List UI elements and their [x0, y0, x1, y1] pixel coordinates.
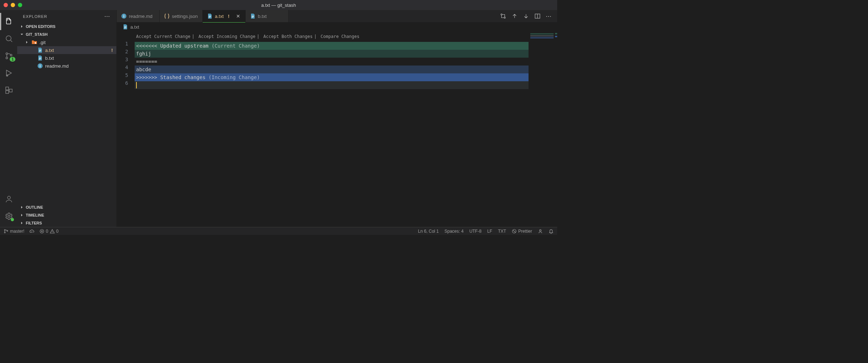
code-line[interactable] [135, 81, 529, 89]
merge-codelens: Accept Current Change| Accept Incoming C… [135, 31, 529, 42]
tab-a-txt[interactable]: a.txt ! [203, 10, 246, 22]
status-sync[interactable] [29, 229, 34, 234]
compare-changes-button[interactable]: Compare Changes [320, 34, 359, 39]
minimap[interactable] [529, 31, 557, 227]
sidebar: EXPLORER ⋯ OPEN EDITORS GIT_STASH .git [17, 10, 117, 227]
previous-change-button[interactable] [511, 13, 518, 19]
window-title: a.txt — git_stash [261, 3, 296, 8]
tree-file-a[interactable]: a.txt ! [17, 46, 116, 54]
files-icon [5, 17, 13, 26]
svg-rect-7 [9, 89, 12, 92]
chevron-right-icon [19, 221, 24, 226]
svg-rect-6 [6, 91, 9, 93]
folder-section[interactable]: GIT_STASH [17, 30, 116, 38]
timeline-section[interactable]: TIMELINE [17, 211, 116, 219]
window-maximize-button[interactable] [18, 3, 22, 7]
svg-point-1 [6, 53, 8, 55]
activity-run[interactable] [0, 64, 18, 82]
git-branch-icon [4, 229, 9, 234]
code-line[interactable]: <<<<<<< Updated upstream (Current Change… [135, 42, 529, 50]
chevron-right-icon [19, 24, 24, 29]
cloud-icon [29, 229, 34, 234]
code-line[interactable]: abcde [135, 66, 529, 73]
editor-more-button[interactable]: ⋯ [546, 13, 552, 20]
svg-point-10 [35, 42, 36, 44]
filters-label: FILTERS [26, 221, 42, 225]
text-cursor [136, 82, 137, 88]
accept-current-button[interactable]: Accept Current Change [136, 34, 191, 39]
feedback-icon [538, 229, 543, 234]
svg-point-2 [6, 57, 8, 59]
status-lang[interactable]: TXT [498, 229, 506, 234]
line-gutter: 1 2 3 4 5 6 [117, 31, 135, 227]
tab-label: readme.md [129, 14, 153, 19]
file-icon [122, 24, 128, 30]
account-icon [5, 195, 13, 203]
status-prettier[interactable]: Prettier [512, 229, 532, 234]
modified-indicator: ! [228, 14, 231, 19]
status-spaces[interactable]: Spaces: 4 [444, 229, 463, 234]
open-editors-section[interactable]: OPEN EDITORS [17, 23, 116, 30]
window-minimize-button[interactable] [11, 3, 15, 7]
error-icon [39, 229, 44, 234]
tab-bar: i readme.md settings.json a.txt ! b.txt [117, 10, 557, 23]
activity-explorer[interactable] [0, 13, 18, 30]
outline-section[interactable]: OUTLINE [17, 203, 116, 211]
accept-incoming-button[interactable]: Accept Incoming Change [198, 34, 255, 39]
explorer-more-button[interactable]: ⋯ [104, 13, 111, 20]
search-icon [5, 34, 13, 43]
tree-item-label: a.txt [45, 48, 54, 53]
status-feedback[interactable] [538, 229, 543, 234]
file-icon [37, 55, 43, 61]
next-change-button[interactable] [523, 13, 529, 19]
activity-scm[interactable]: 1 [0, 47, 18, 64]
activity-search[interactable] [0, 30, 18, 47]
tree-item-label: b.txt [45, 55, 54, 61]
window-close-button[interactable] [4, 3, 8, 7]
breadcrumb-file: a.txt [130, 24, 139, 30]
activity-settings[interactable] [0, 208, 18, 225]
chevron-right-icon [19, 205, 24, 210]
svg-point-15 [501, 14, 502, 15]
status-notifications[interactable] [549, 229, 554, 234]
line-number: 1 [117, 40, 128, 48]
filters-section[interactable]: FILTERS [17, 219, 116, 227]
folder-name-label: GIT_STASH [26, 32, 48, 37]
tab-b-txt[interactable]: b.txt [246, 10, 289, 22]
status-cursor[interactable]: Ln 6, Col 1 [418, 229, 439, 234]
tree-item-label: readme.md [45, 63, 69, 69]
line-number: 6 [117, 79, 128, 87]
activity-bar: 1 [0, 10, 17, 227]
tab-settings[interactable]: settings.json [160, 10, 203, 22]
compare-changes-button[interactable] [500, 13, 506, 19]
svg-point-19 [4, 232, 5, 233]
line-number: 5 [117, 71, 128, 79]
tab-readme[interactable]: i readme.md [117, 10, 160, 22]
info-icon: i [37, 63, 43, 69]
status-encoding[interactable]: UTF-8 [469, 229, 482, 234]
code-line[interactable]: ======= [135, 58, 529, 66]
code-line[interactable]: >>>>>>> Stashed changes (Incoming Change… [135, 73, 529, 81]
breadcrumb[interactable]: a.txt [117, 23, 557, 31]
code-line[interactable]: fghij [135, 50, 529, 58]
open-editors-label: OPEN EDITORS [26, 24, 56, 29]
editor-body[interactable]: 1 2 3 4 5 6 Accept Current Change| Accep… [117, 31, 557, 227]
status-problems[interactable]: 0 0 [39, 229, 58, 234]
tab-label: a.txt [215, 14, 224, 19]
prettier-icon [512, 229, 517, 234]
info-icon: i [121, 13, 127, 19]
tree-folder-git[interactable]: .git [17, 38, 116, 46]
svg-point-16 [504, 17, 506, 19]
tree-file-b[interactable]: b.txt [17, 54, 116, 62]
extensions-icon [5, 86, 13, 95]
accept-both-button[interactable]: Accept Both Changes [264, 34, 313, 39]
code-area[interactable]: Accept Current Change| Accept Incoming C… [135, 31, 529, 227]
outline-label: OUTLINE [26, 205, 43, 209]
tree-file-readme[interactable]: i readme.md [17, 62, 116, 70]
status-eol[interactable]: LF [487, 229, 492, 234]
split-editor-button[interactable] [534, 13, 541, 19]
activity-account[interactable] [0, 190, 18, 208]
close-tab-button[interactable] [235, 13, 241, 19]
status-branch[interactable]: master! [4, 229, 24, 234]
activity-extensions[interactable] [0, 82, 18, 99]
